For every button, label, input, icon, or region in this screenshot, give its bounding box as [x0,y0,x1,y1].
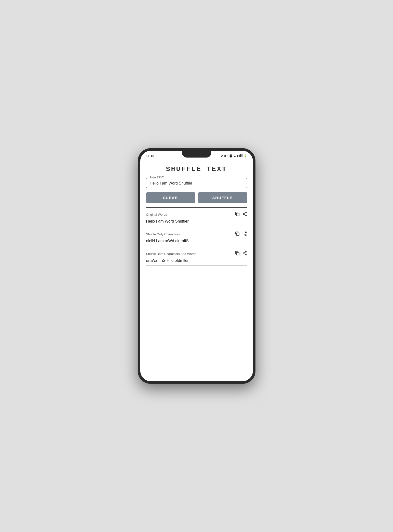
result-section-original: Original Words [146,212,247,230]
result-text-both: eruWa I hS Hflo ofdmller [146,258,247,263]
svg-point-13 [245,234,246,235]
result-text-chars: olelH I am orWd elurhffS [146,239,247,243]
svg-rect-1 [239,155,240,157]
share-button-chars[interactable] [242,231,247,237]
svg-point-18 [243,253,244,253]
settings-icon: ⚙ [220,154,223,158]
svg-rect-3 [241,154,242,157]
svg-point-12 [243,233,244,234]
battery-icon: 🔋 [244,154,247,158]
svg-line-14 [244,232,245,233]
svg-point-11 [245,232,246,233]
input-container: Enter TEXT [146,178,247,188]
result-header-both: Shuffle Both Charactors And Words [146,251,247,257]
share-button-both[interactable] [242,251,247,257]
result-label-chars: Shuffle Only Charactors [146,232,180,236]
input-label: Enter TEXT [149,176,165,179]
result-actions-chars [235,231,247,237]
svg-line-8 [244,213,245,214]
text-input[interactable] [150,181,243,186]
copy-button-original[interactable] [235,212,240,218]
result-section-chars: Shuffle Only Charactors [146,231,247,250]
svg-point-7 [245,215,246,216]
wifi-icon: ▲ [234,154,236,157]
svg-line-9 [244,214,245,215]
svg-rect-0 [237,155,238,157]
status-time: 11:15 [146,154,154,158]
svg-rect-10 [236,233,239,235]
copy-button-chars[interactable] [235,231,240,237]
result-header-chars: Shuffle Only Charactors [146,231,247,237]
result-text-original: Hello I am Word Shuffler [146,219,247,224]
button-row: CLEAR SHUFFLE [146,192,247,203]
app-title: SHUFFLE TEXT [166,165,227,173]
result-label-original: Original Words [146,213,167,216]
result-divider-original [146,226,247,226]
phone-screen: 11:15 ⚙ ▣ • 📳 ▲ 🔋 SHU [140,151,253,381]
result-actions-both [235,251,247,257]
shuffle-button[interactable]: SHUFFLE [198,192,247,203]
result-divider-chars [146,246,247,246]
main-divider [146,207,247,208]
svg-line-20 [244,252,245,253]
svg-line-15 [244,234,245,235]
result-section-both: Shuffle Both Charactors And Words [146,251,247,269]
result-divider-both [146,265,247,266]
phone-frame: 11:15 ⚙ ▣ • 📳 ▲ 🔋 SHU [138,148,255,384]
svg-point-17 [245,251,246,252]
svg-rect-16 [236,252,239,255]
result-actions-original [235,212,247,218]
svg-point-5 [245,212,246,213]
result-header-original: Original Words [146,212,247,218]
svg-point-19 [245,254,246,255]
notch [182,151,211,158]
dot-icon: • [227,154,228,157]
signal-icon [237,154,243,158]
svg-rect-4 [236,213,239,216]
screen-icon: ▣ [224,154,226,158]
app-content: SHUFFLE TEXT Enter TEXT CLEAR SHUFFLE Or… [140,160,253,381]
share-button-original[interactable] [242,212,247,218]
status-icons: ⚙ ▣ • 📳 ▲ 🔋 [220,154,247,158]
vibrate-icon: 📳 [229,154,233,158]
clear-button[interactable]: CLEAR [146,192,195,203]
svg-line-21 [244,253,245,254]
svg-rect-2 [240,154,241,157]
copy-button-both[interactable] [235,251,240,257]
result-label-both: Shuffle Both Charactors And Words [146,252,196,256]
svg-point-6 [243,213,244,214]
